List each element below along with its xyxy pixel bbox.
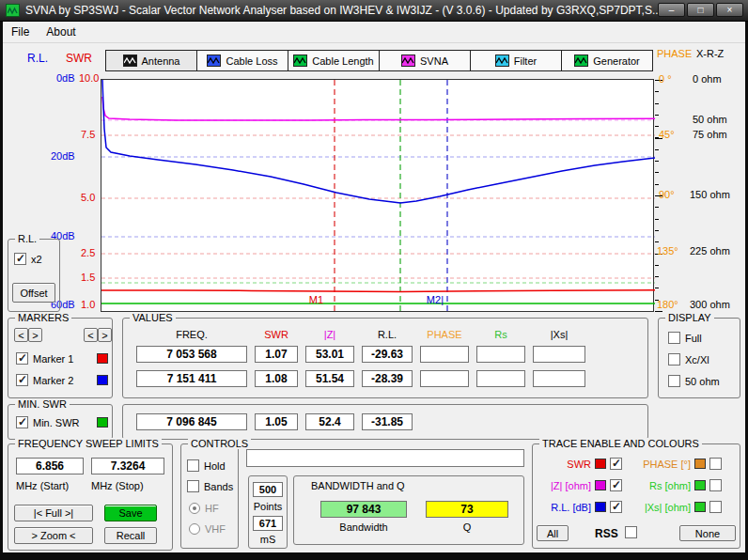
min-swr-checkbox[interactable] <box>16 416 28 428</box>
full-checkbox[interactable] <box>668 332 680 344</box>
z-trace-swatch <box>595 480 606 490</box>
swr-trace-checkbox[interactable] <box>610 458 622 470</box>
marker1-xs-value <box>533 346 585 363</box>
rl-trace-label: R.L. [dB] <box>537 502 591 513</box>
marker2-phase-value <box>420 370 469 387</box>
marker2-color-swatch <box>97 375 108 385</box>
marker2-rl-value: -28.39 <box>362 370 413 387</box>
rl-offset-group-title: R.L. <box>15 233 39 244</box>
filter-mode-icon <box>495 54 509 67</box>
close-button[interactable]: × <box>716 3 743 17</box>
menu-bar: File About <box>3 22 745 43</box>
xcxl-checkbox[interactable] <box>668 353 680 366</box>
marker2-freq-value: 7 151 411 <box>136 370 247 387</box>
controls-group: CONTROLS Hold Bands HF VHF <box>180 443 239 549</box>
filter-mode-button[interactable]: Filter <box>470 50 562 71</box>
marker1-step-up-button[interactable]: > <box>28 328 42 342</box>
text-entry-field[interactable] <box>246 449 524 467</box>
rs-trace-label: Rs [ohm] <box>632 480 691 491</box>
menu-file[interactable]: File <box>3 23 38 41</box>
cable-length-mode-button[interactable]: Cable Length <box>288 50 380 71</box>
full-span-button[interactable]: |< Full >| <box>14 505 93 521</box>
swr-axis-tick-label: 1.5 <box>81 272 95 283</box>
title-bar[interactable]: SVNA by SP3SWJ - Scalar Vector Network A… <box>0 0 748 22</box>
bands-label: Bands <box>204 481 233 492</box>
xs-trace-checkbox[interactable] <box>709 501 722 513</box>
xs-trace-swatch <box>694 502 706 512</box>
ohm-axis-tick-label: 300 ohm <box>690 299 730 310</box>
column-header-rl: R.L. <box>362 329 413 340</box>
marker2-step-up-button[interactable]: > <box>98 328 112 342</box>
zoom-button[interactable]: > Zoom < <box>14 527 93 544</box>
min-swr-color-swatch <box>97 417 108 428</box>
all-traces-button[interactable]: All <box>537 525 569 541</box>
50ohm-label: 50 ohm <box>685 376 720 387</box>
marker1-color-swatch <box>97 353 108 364</box>
display-group-title: DISPLAY <box>665 312 714 323</box>
trace-colours-group-title: TRACE ENABLE AND COLOURS <box>539 438 702 449</box>
no-traces-button[interactable]: None <box>679 525 736 541</box>
marker1-z-value: 53.01 <box>305 346 354 363</box>
app-window: SVNA by SP3SWJ - Scalar Vector Network A… <box>0 0 748 560</box>
svna-mode-button[interactable]: SVNA <box>379 50 471 71</box>
min-swr-group-title: MIN. SWR <box>15 398 70 410</box>
rs-trace-swatch <box>694 480 706 490</box>
recall-button[interactable]: Recall <box>104 527 157 544</box>
50ohm-checkbox[interactable] <box>668 375 680 387</box>
start-frequency-field[interactable]: 6.856 <box>16 458 84 474</box>
swr-trace-label: SWR <box>537 459 591 470</box>
phase-trace-checkbox[interactable] <box>709 458 722 470</box>
rs-trace-checkbox[interactable] <box>709 479 722 491</box>
app-icon <box>6 4 20 17</box>
offset-button[interactable]: Offset <box>12 283 55 303</box>
phase-axis-tick-label: 90° <box>659 189 675 200</box>
rl-legend-label: R.L. <box>27 53 48 64</box>
save-button[interactable]: Save <box>104 505 157 521</box>
cable-loss-mode-button[interactable]: Cable Loss <box>196 50 288 71</box>
generator-mode-button[interactable]: Generator <box>561 50 653 71</box>
column-header-rs: Rs <box>476 329 525 340</box>
hf-radio <box>189 503 200 514</box>
marker1-checkbox[interactable] <box>16 352 28 365</box>
display-group: DISPLAY Full Xc/Xl 50 ohm <box>658 318 740 398</box>
column-header-z: |Z| <box>305 329 354 340</box>
z-trace-checkbox[interactable] <box>610 479 622 491</box>
sweep-time-label: mS <box>249 534 287 545</box>
swr-axis-tick-label: 2.5 <box>81 247 95 258</box>
swr-axis-tick-label: 7.5 <box>81 129 95 140</box>
bandwidth-label: Bandwidth <box>320 521 407 533</box>
bandwidth-group-title: BANDWIDTH and Q <box>311 480 405 491</box>
min-swr-rl-value: -31.85 <box>362 413 413 430</box>
minimize-button[interactable]: – <box>658 3 685 17</box>
z-trace-label: |Z| [ohm] <box>537 480 591 491</box>
filter-mode-label: Filter <box>514 55 537 67</box>
rss-checkbox[interactable] <box>625 526 637 538</box>
q-value: 73 <box>426 501 508 518</box>
rl-axis-tick-label: 20dB <box>51 150 75 162</box>
antenna-mode-button[interactable]: Antenna <box>105 50 197 71</box>
phase-axis-title: PHASE <box>657 48 692 59</box>
maximize-button[interactable]: □ <box>687 3 714 17</box>
ohm-axis-tick-label: 225 ohm <box>690 245 730 257</box>
antenna-mode-icon <box>123 54 137 67</box>
phase-axis-tick-label: 180° <box>657 299 678 310</box>
menu-about[interactable]: About <box>38 23 84 41</box>
marker2-values-row: 7 151 411 1.08 51.54 -28.39 <box>136 370 585 387</box>
column-header-freq: FREQ. <box>136 329 247 340</box>
rl-trace-checkbox[interactable] <box>610 501 622 513</box>
bands-checkbox[interactable] <box>187 480 199 492</box>
hold-checkbox[interactable] <box>187 459 199 472</box>
marker2-step-down-button[interactable]: < <box>84 328 98 342</box>
x2-checkbox[interactable] <box>14 253 26 265</box>
rl-trace-swatch <box>595 502 606 512</box>
points-field[interactable]: 500 <box>253 482 283 497</box>
window-title: SVNA by SP3SWJ - Scalar Vector Network A… <box>25 4 674 17</box>
marker1-step-down-button[interactable]: < <box>14 328 28 342</box>
swr-trace-swatch <box>595 459 606 469</box>
marker2-chart-label: M2| <box>427 294 444 305</box>
sweep-plot[interactable]: M1 M2| <box>101 79 654 312</box>
stop-frequency-field[interactable]: 7.3264 <box>91 458 164 474</box>
marker2-checkbox[interactable] <box>16 374 28 386</box>
cable-loss-mode-label: Cable Loss <box>226 55 277 67</box>
marker1-swr-value: 1.07 <box>255 346 298 363</box>
